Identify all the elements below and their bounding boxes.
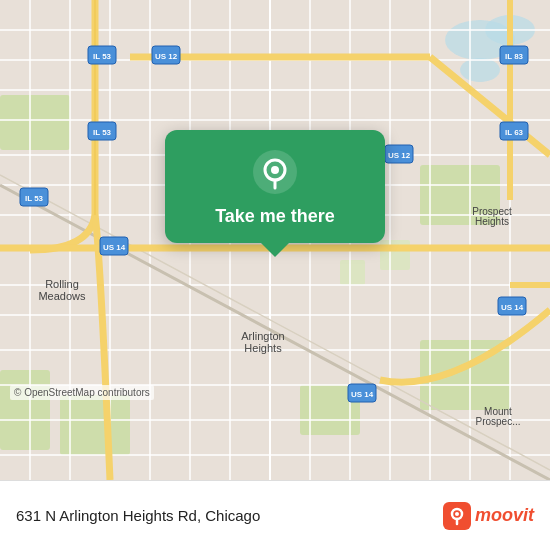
pin-icon: [251, 148, 299, 196]
svg-text:IL 53: IL 53: [93, 52, 112, 61]
svg-text:US 12: US 12: [388, 151, 411, 160]
svg-text:US 14: US 14: [351, 390, 374, 399]
svg-point-3: [460, 58, 500, 82]
copyright-text: © OpenStreetMap contributors: [10, 385, 154, 400]
svg-point-78: [271, 166, 279, 174]
moovit-brand-text: moovit: [475, 505, 534, 526]
svg-text:Heights: Heights: [244, 342, 282, 354]
card-label: Take me there: [215, 206, 335, 227]
svg-text:IL 63: IL 63: [505, 128, 524, 137]
moovit-logo[interactable]: moovit: [443, 502, 534, 530]
svg-text:US 14: US 14: [501, 303, 524, 312]
svg-text:IL 83: IL 83: [505, 52, 524, 61]
moovit-brand-icon: [443, 502, 471, 530]
svg-rect-8: [0, 370, 50, 450]
svg-text:Prospec...: Prospec...: [475, 416, 520, 427]
svg-text:US 12: US 12: [155, 52, 178, 61]
location-card[interactable]: Take me there: [165, 130, 385, 243]
svg-text:Heights: Heights: [475, 216, 509, 227]
svg-text:Arlington: Arlington: [241, 330, 284, 342]
address-text: 631 N Arlington Heights Rd, Chicago: [16, 507, 443, 524]
svg-text:Meadows: Meadows: [38, 290, 86, 302]
svg-point-81: [455, 512, 459, 516]
map-container: IL 53 IL 53 IL 53 US 12 US 12 IL 83 IL 6…: [0, 0, 550, 480]
svg-text:US 14: US 14: [103, 243, 126, 252]
svg-text:Rolling: Rolling: [45, 278, 79, 290]
svg-text:IL 53: IL 53: [25, 194, 44, 203]
svg-rect-11: [340, 260, 365, 285]
svg-text:IL 53: IL 53: [93, 128, 112, 137]
bottom-bar: 631 N Arlington Heights Rd, Chicago moov…: [0, 480, 550, 550]
svg-rect-4: [0, 95, 70, 150]
